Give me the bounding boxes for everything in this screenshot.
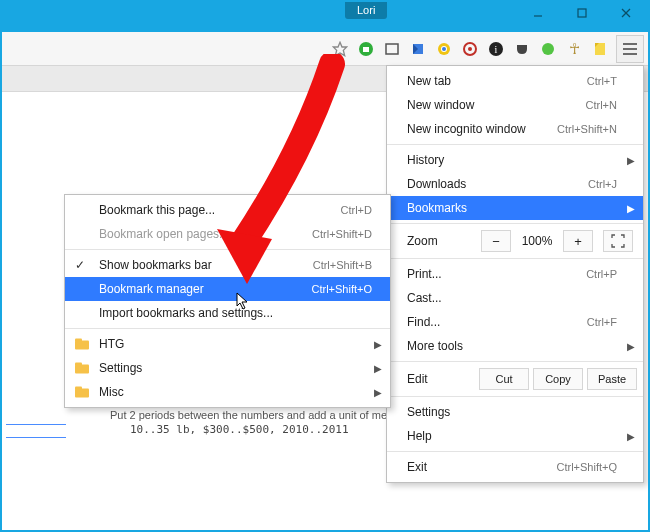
window-close-button[interactable] [604, 2, 648, 24]
chevron-right-icon: ▶ [627, 155, 635, 166]
cut-button[interactable]: Cut [479, 368, 529, 390]
menu-label: Downloads [407, 177, 588, 191]
menu-item-bookmark-manager[interactable]: Bookmark manager Ctrl+Shift+O [65, 277, 390, 301]
chevron-right-icon: ▶ [374, 339, 382, 350]
pocket-ext-icon[interactable] [512, 39, 532, 59]
menu-label: Print... [407, 267, 586, 281]
green-dot-ext-icon[interactable] [538, 39, 558, 59]
menu-item-print[interactable]: Print... Ctrl+P [387, 262, 643, 286]
menu-label: Misc [99, 385, 372, 399]
menu-label: Show bookmarks bar [99, 258, 282, 272]
menu-label: Find... [407, 315, 587, 329]
menu-item-import-bookmarks[interactable]: Import bookmarks and settings... [65, 301, 390, 325]
menu-accel: Ctrl+Shift+B [282, 259, 372, 271]
menu-accel: Ctrl+P [586, 268, 617, 280]
menu-label: History [407, 153, 617, 167]
menu-accel: Ctrl+Shift+Q [556, 461, 617, 473]
profile-badge[interactable]: Lori [345, 2, 387, 19]
menu-label: Bookmark open pages... [99, 227, 282, 241]
folder-icon [75, 363, 89, 374]
menu-item-new-window[interactable]: New window Ctrl+N [387, 93, 643, 117]
menu-label: Exit [407, 460, 556, 474]
menu-item-folder-htg[interactable]: HTG ▶ [65, 332, 390, 356]
menu-item-new-tab[interactable]: New tab Ctrl+T [387, 69, 643, 93]
menu-label: Help [407, 429, 617, 443]
svg-text:i: i [495, 44, 498, 55]
menu-item-bookmark-this-page[interactable]: Bookmark this page... Ctrl+D [65, 198, 390, 222]
menu-item-exit[interactable]: Exit Ctrl+Shift+Q [387, 455, 643, 479]
menu-accel: Ctrl+Shift+D [282, 228, 372, 240]
menu-accel: Ctrl+N [586, 99, 617, 111]
menu-label: Settings [407, 405, 617, 419]
menu-item-history[interactable]: History ▶ [387, 148, 643, 172]
menu-label: More tools [407, 339, 617, 353]
menu-label: New incognito window [407, 122, 557, 136]
svg-point-12 [468, 47, 472, 51]
main-menu: New tab Ctrl+T New window Ctrl+N New inc… [386, 65, 644, 483]
check-icon: ✓ [75, 258, 85, 272]
menu-label: Settings [99, 361, 372, 375]
main-menu-button[interactable] [616, 35, 644, 63]
zoom-value: 100% [515, 234, 559, 248]
menu-item-show-bookmarks-bar[interactable]: ✓ Show bookmarks bar Ctrl+Shift+B [65, 253, 390, 277]
folder-icon [75, 339, 89, 350]
folder-icon [75, 387, 89, 398]
menu-label: Bookmark this page... [99, 203, 282, 217]
chevron-right-icon: ▶ [627, 203, 635, 214]
menu-item-folder-misc[interactable]: Misc ▶ [65, 380, 390, 404]
menu-item-more-tools[interactable]: More tools ▶ [387, 334, 643, 358]
svg-marker-4 [333, 42, 346, 55]
browser-toolbar: i ☥ [2, 32, 648, 66]
menu-label: Edit [407, 372, 475, 386]
menu-label: New window [407, 98, 586, 112]
svg-rect-6 [363, 47, 369, 52]
note-ext-icon[interactable] [590, 39, 610, 59]
chevron-right-icon: ▶ [627, 431, 635, 442]
screenshot-ext-icon[interactable] [382, 39, 402, 59]
menu-accel: Ctrl+T [587, 75, 617, 87]
menu-accel: Ctrl+D [282, 204, 372, 216]
menu-item-cast[interactable]: Cast... [387, 286, 643, 310]
copy-button[interactable]: Copy [533, 368, 583, 390]
menu-label: HTG [99, 337, 372, 351]
window-maximize-button[interactable] [560, 2, 604, 24]
menu-item-bookmark-open-pages: Bookmark open pages... Ctrl+Shift+D [65, 222, 390, 246]
circle-ext-icon[interactable] [460, 39, 480, 59]
menu-item-folder-settings[interactable]: Settings ▶ [65, 356, 390, 380]
zoom-out-button[interactable]: − [481, 230, 511, 252]
menu-item-help[interactable]: Help ▶ [387, 424, 643, 448]
zoom-in-button[interactable]: + [563, 230, 593, 252]
chevron-right-icon: ▶ [374, 363, 382, 374]
home-ext-icon[interactable] [356, 39, 376, 59]
menu-label: Cast... [407, 291, 617, 305]
menu-item-zoom: Zoom − 100% + [387, 227, 643, 255]
info-ext-icon[interactable]: i [486, 39, 506, 59]
menu-label: Bookmarks [407, 201, 617, 215]
chevron-right-icon: ▶ [374, 387, 382, 398]
window-titlebar: Lori [2, 2, 648, 32]
menu-item-edit: Edit Cut Copy Paste [387, 365, 643, 393]
onetab-ext-icon[interactable] [408, 39, 428, 59]
menu-label: Bookmark manager [99, 282, 282, 296]
menu-accel: Ctrl+F [587, 316, 617, 328]
menu-item-find[interactable]: Find... Ctrl+F [387, 310, 643, 334]
menu-accel: Ctrl+J [588, 178, 617, 190]
paste-button[interactable]: Paste [587, 368, 637, 390]
chevron-right-icon: ▶ [627, 341, 635, 352]
window-minimize-button[interactable] [516, 2, 560, 24]
menu-item-bookmarks[interactable]: Bookmarks ▶ [387, 196, 643, 220]
menu-item-new-incognito[interactable]: New incognito window Ctrl+Shift+N [387, 117, 643, 141]
menu-item-downloads[interactable]: Downloads Ctrl+J [387, 172, 643, 196]
svg-point-15 [542, 43, 554, 55]
menu-label: Import bookmarks and settings... [99, 306, 372, 320]
menu-label: Zoom [407, 234, 477, 248]
menu-item-settings[interactable]: Settings [387, 400, 643, 424]
star-icon[interactable] [330, 39, 350, 59]
svg-rect-7 [386, 44, 398, 54]
chrome-ext-icon[interactable] [434, 39, 454, 59]
menu-accel: Ctrl+Shift+O [282, 283, 372, 295]
fullscreen-button[interactable] [603, 230, 633, 252]
svg-point-10 [442, 47, 446, 51]
ankh-ext-icon[interactable]: ☥ [564, 39, 584, 59]
svg-rect-1 [578, 9, 586, 17]
